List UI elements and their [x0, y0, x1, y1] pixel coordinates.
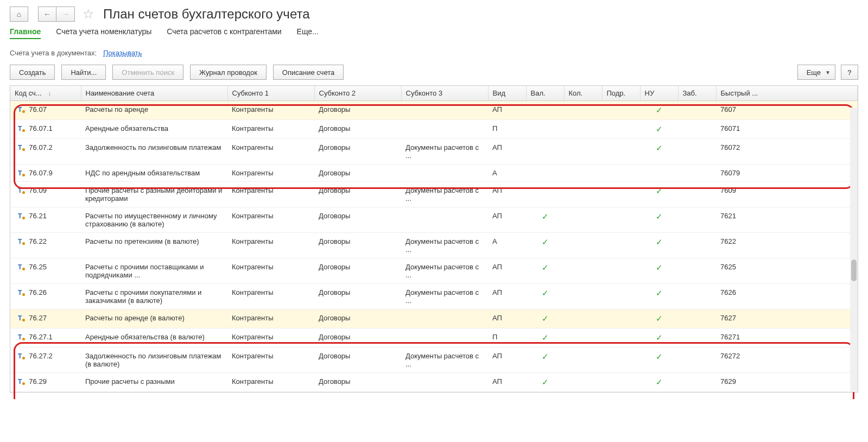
table-row[interactable]: T76.25Расчеты с прочими поставщиками и п…: [10, 258, 858, 284]
table-row[interactable]: T76.07.1Арендные обязательстваКонтрагент…: [10, 120, 858, 139]
account-icon: T: [18, 169, 26, 177]
table-row[interactable]: T76.27.1Арендные обязательства (в валюте…: [10, 329, 858, 348]
journal-button[interactable]: Журнал проводок: [190, 65, 267, 80]
cell-podr: [602, 233, 640, 258]
cell-zab: [678, 329, 716, 348]
cell-sub2: Договоры: [314, 284, 401, 310]
cell-sub1: Контрагенты: [227, 348, 314, 373]
cell-sub1: Контрагенты: [227, 207, 314, 233]
tab-3[interactable]: Еще...: [297, 27, 319, 39]
cell-val: [526, 139, 564, 165]
check-icon: ✓: [644, 105, 674, 115]
forward-button[interactable]: →: [56, 7, 75, 22]
cell-code: 76.29: [29, 377, 47, 386]
cell-sub1: Контрагенты: [227, 139, 314, 165]
table-row[interactable]: T76.26Расчеты с прочими покупателями и з…: [10, 284, 858, 310]
col-val[interactable]: Вал.: [526, 86, 564, 101]
home-button[interactable]: ⌂: [10, 7, 28, 22]
cell-sub2: Договоры: [314, 139, 401, 165]
cell-nu: ✓: [640, 233, 678, 258]
accounts-table-wrap: Код сч... ↓ Наименование счета Субконто …: [10, 85, 858, 393]
cell-nu: ✓: [640, 284, 678, 310]
cell-sub3: [401, 310, 488, 329]
col-zab[interactable]: Заб.: [678, 86, 716, 101]
account-icon: T: [18, 106, 26, 113]
cell-podr: [602, 120, 640, 139]
cell-sub2: Договоры: [314, 348, 401, 373]
cell-quick: 76071: [716, 120, 858, 139]
col-qty[interactable]: Кол.: [564, 86, 602, 101]
more-button[interactable]: Еще ▼: [797, 65, 835, 80]
cell-name: Расчеты с прочими поставщиками и подрядч…: [81, 258, 227, 284]
table-row[interactable]: T76.29Прочие расчеты с разнымиКонтрагент…: [10, 373, 858, 392]
cell-qty: [564, 348, 602, 373]
cell-nu: ✓: [640, 101, 678, 120]
check-icon: ✓: [644, 333, 674, 343]
table-row[interactable]: T76.07.9НДС по арендным обязательствамКо…: [10, 165, 858, 182]
find-button[interactable]: Найти...: [61, 65, 106, 80]
cell-qty: [564, 182, 602, 207]
check-icon: ✓: [530, 212, 560, 222]
cell-quick: 7622: [716, 233, 858, 258]
table-row[interactable]: T76.27Расчеты по аренде (в валюте)Контра…: [10, 310, 858, 329]
cell-code: 76.07.2: [29, 143, 52, 151]
table-row[interactable]: T76.07Расчеты по арендеКонтрагентыДогово…: [10, 101, 858, 120]
cell-val: ✓: [526, 258, 564, 284]
show-accounts-link[interactable]: Показывать: [103, 49, 142, 57]
col-kind[interactable]: Вид: [488, 86, 526, 101]
cell-nu: ✓: [640, 348, 678, 373]
cell-sub1: Контрагенты: [227, 373, 314, 392]
cell-code: 76.09: [29, 186, 47, 194]
table-row[interactable]: T76.27.2Задолженность по лизинговым плат…: [10, 348, 858, 373]
vertical-scrollbar[interactable]: [850, 108, 858, 392]
cell-kind: АП: [488, 139, 526, 165]
cell-qty: [564, 284, 602, 310]
cell-kind: АП: [488, 258, 526, 284]
table-row[interactable]: T76.21Расчеты по имущественному и личном…: [10, 207, 858, 233]
favorite-star-icon[interactable]: ☆: [83, 7, 94, 22]
tab-0[interactable]: Главное: [10, 27, 41, 39]
cell-zab: [678, 284, 716, 310]
account-icon: T: [18, 378, 26, 386]
tab-1[interactable]: Счета учета номенклатуры: [56, 27, 151, 39]
cell-podr: [602, 348, 640, 373]
check-icon: ✓: [644, 352, 674, 362]
cell-podr: [602, 207, 640, 233]
cell-sub3: [401, 165, 488, 182]
check-icon: ✓: [644, 143, 674, 153]
col-sub3[interactable]: Субконто 3: [401, 86, 488, 101]
table-row[interactable]: T76.22Расчеты по претензиям (в валюте)Ко…: [10, 233, 858, 258]
cell-qty: [564, 120, 602, 139]
col-name[interactable]: Наименование счета: [81, 86, 227, 101]
account-icon: T: [18, 289, 26, 296]
account-icon: T: [18, 333, 26, 341]
cell-nu: ✓: [640, 329, 678, 348]
tab-2[interactable]: Счета расчетов с контрагентами: [167, 27, 281, 39]
col-podr[interactable]: Подр.: [602, 86, 640, 101]
cell-sub1: Контрагенты: [227, 165, 314, 182]
col-sub2[interactable]: Субконто 2: [314, 86, 401, 101]
cell-zab: [678, 233, 716, 258]
cell-sub1: Контрагенты: [227, 182, 314, 207]
show-accounts-label: Счета учета в документах:: [10, 49, 97, 57]
help-button[interactable]: ?: [841, 65, 858, 80]
col-code[interactable]: Код сч... ↓: [10, 86, 81, 101]
cell-val: ✓: [526, 233, 564, 258]
table-row[interactable]: T76.09Прочие расчеты с разными дебиторам…: [10, 182, 858, 207]
cell-zab: [678, 258, 716, 284]
col-sub1[interactable]: Субконто 1: [227, 86, 314, 101]
back-button[interactable]: ←: [38, 7, 56, 22]
col-nu[interactable]: НУ: [640, 86, 678, 101]
table-row[interactable]: T76.07.2Задолженность по лизинговым плат…: [10, 139, 858, 165]
col-quick[interactable]: Быстрый ...: [716, 86, 858, 101]
account-description-button[interactable]: Описание счета: [273, 65, 344, 80]
scrollbar-thumb[interactable]: [851, 260, 857, 281]
check-icon: ✓: [644, 186, 674, 196]
create-button[interactable]: Создать: [10, 65, 55, 80]
cell-name: Расчеты по претензиям (в валюте): [81, 233, 227, 258]
cell-kind: А: [488, 233, 526, 258]
cell-zab: [678, 182, 716, 207]
cancel-search-button[interactable]: Отменить поиск: [112, 65, 183, 80]
cell-name: НДС по арендным обязательствам: [81, 165, 227, 182]
check-icon: ✓: [530, 237, 560, 247]
